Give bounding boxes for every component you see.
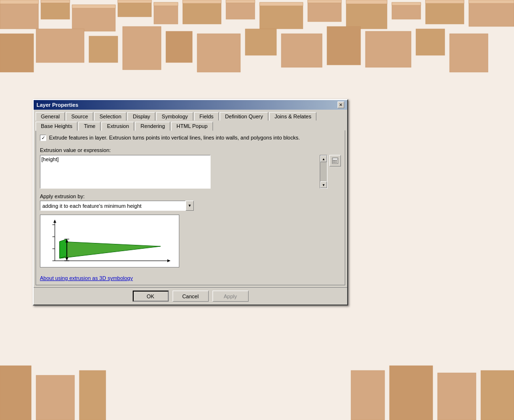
svg-rect-14 bbox=[0, 34, 34, 72]
svg-rect-13 bbox=[469, 0, 514, 26]
extrusion-svg bbox=[40, 215, 179, 267]
svg-rect-41 bbox=[308, 0, 341, 3]
extrusion-diagram bbox=[40, 215, 179, 267]
svg-rect-38 bbox=[183, 0, 221, 3]
extrude-checkbox-row: ✓ Extrude features in layer. Extrusion t… bbox=[40, 134, 341, 141]
dialog-title: Layer Properties bbox=[37, 102, 78, 108]
svg-rect-3 bbox=[72, 5, 115, 31]
tabs-row-2: Base Heights Time Extrusion Rendering HT… bbox=[36, 121, 345, 130]
svg-rect-15 bbox=[36, 29, 84, 63]
svg-rect-6 bbox=[183, 0, 221, 24]
tab-source[interactable]: Source bbox=[66, 112, 93, 121]
svg-rect-52 bbox=[334, 162, 335, 163]
tab-time[interactable]: Time bbox=[78, 122, 100, 131]
tab-selection[interactable]: Selection bbox=[94, 112, 126, 121]
tab-general[interactable]: General bbox=[36, 112, 65, 121]
apply-dropdown-arrow[interactable]: ▼ bbox=[186, 201, 194, 211]
svg-rect-42 bbox=[346, 0, 387, 4]
tabs-row-1: General Source Selection Display Symbolo… bbox=[36, 112, 345, 120]
tab-display[interactable]: Display bbox=[127, 112, 155, 121]
tab-extrusion[interactable]: Extrusion bbox=[101, 122, 134, 131]
svg-rect-37 bbox=[154, 2, 178, 6]
svg-rect-50 bbox=[336, 160, 337, 161]
apply-dropdown-input[interactable]: adding it to each feature's minimum heig… bbox=[40, 201, 186, 211]
svg-rect-10 bbox=[346, 0, 387, 29]
calculator-icon bbox=[332, 157, 338, 164]
extrude-checkbox[interactable]: ✓ bbox=[40, 135, 46, 141]
svg-rect-17 bbox=[123, 26, 161, 70]
svg-rect-19 bbox=[197, 34, 240, 72]
svg-rect-22 bbox=[327, 26, 361, 65]
expression-wrapper bbox=[40, 155, 318, 189]
ok-button[interactable]: OK bbox=[133, 291, 169, 302]
apply-label: Apply extrusion by: bbox=[40, 193, 341, 199]
svg-rect-23 bbox=[365, 31, 411, 67]
svg-rect-20 bbox=[245, 29, 276, 55]
svg-rect-26 bbox=[0, 366, 31, 420]
expression-label: Extrusion value or expression: bbox=[40, 147, 341, 153]
svg-rect-32 bbox=[481, 370, 514, 420]
scroll-up-arrow[interactable]: ▲ bbox=[320, 155, 327, 162]
svg-rect-49 bbox=[334, 160, 335, 161]
svg-rect-27 bbox=[36, 375, 75, 420]
tab-rendering[interactable]: Rendering bbox=[135, 122, 170, 131]
apply-dropdown: adding it to each feature's minimum heig… bbox=[40, 201, 194, 211]
svg-rect-39 bbox=[226, 0, 255, 3]
cancel-button[interactable]: Cancel bbox=[173, 291, 209, 302]
expression-input[interactable] bbox=[40, 155, 211, 189]
svg-rect-35 bbox=[72, 5, 115, 8]
scroll-down-arrow[interactable]: ▼ bbox=[320, 181, 327, 188]
svg-rect-30 bbox=[389, 366, 433, 420]
svg-rect-18 bbox=[166, 31, 192, 63]
button-row: OK Cancel Apply bbox=[34, 287, 347, 305]
tab-html-popup[interactable]: HTML Popup bbox=[171, 122, 213, 131]
tab-joins-relates[interactable]: Joins & Relates bbox=[269, 112, 316, 121]
tab-symbology[interactable]: Symbology bbox=[156, 112, 193, 121]
title-bar: Layer Properties ✕ bbox=[34, 100, 347, 110]
expression-area: ▲ ▼ bbox=[40, 155, 341, 189]
extrude-checkbox-label: Extrude features in layer. Extrusion tur… bbox=[49, 134, 300, 141]
svg-rect-9 bbox=[308, 0, 341, 22]
svg-rect-33 bbox=[0, 0, 38, 4]
svg-rect-29 bbox=[351, 370, 385, 420]
svg-rect-43 bbox=[392, 2, 421, 5]
tab-fields[interactable]: Fields bbox=[194, 112, 219, 121]
expression-scrollbar: ▲ ▼ bbox=[320, 155, 327, 189]
svg-rect-24 bbox=[416, 29, 445, 55]
svg-rect-44 bbox=[426, 0, 464, 3]
help-link[interactable]: About using extrusion as 3D symbology bbox=[40, 275, 133, 281]
expression-group: Extrusion value or expression: ▲ ▼ bbox=[40, 147, 341, 189]
svg-rect-8 bbox=[260, 2, 303, 29]
svg-rect-12 bbox=[426, 0, 464, 24]
svg-rect-53 bbox=[336, 162, 337, 163]
svg-rect-25 bbox=[450, 34, 488, 72]
svg-rect-48 bbox=[333, 160, 334, 161]
svg-rect-21 bbox=[281, 34, 322, 67]
svg-rect-47 bbox=[333, 158, 338, 160]
svg-rect-28 bbox=[79, 370, 106, 420]
layer-properties-dialog: Layer Properties ✕ General Source Select… bbox=[33, 99, 348, 305]
svg-rect-1 bbox=[0, 0, 38, 29]
tab-content: ✓ Extrude features in layer. Extrusion t… bbox=[36, 130, 345, 285]
svg-rect-51 bbox=[333, 162, 334, 163]
help-link-container: About using extrusion as 3D symbology bbox=[40, 275, 341, 281]
svg-rect-31 bbox=[438, 373, 476, 420]
svg-rect-45 bbox=[469, 0, 514, 3]
apply-row: Apply extrusion by: adding it to each fe… bbox=[40, 193, 341, 211]
svg-rect-40 bbox=[260, 2, 303, 6]
svg-rect-36 bbox=[118, 0, 151, 3]
svg-rect-34 bbox=[41, 0, 70, 3]
expression-builder-button[interactable] bbox=[329, 155, 341, 166]
tabs-container: General Source Selection Display Symbolo… bbox=[34, 110, 347, 130]
svg-rect-16 bbox=[89, 36, 118, 63]
close-button[interactable]: ✕ bbox=[338, 102, 344, 108]
apply-button[interactable]: Apply bbox=[213, 291, 249, 302]
tab-base-heights[interactable]: Base Heights bbox=[36, 122, 77, 131]
scroll-track bbox=[320, 162, 327, 181]
tab-definition-query[interactable]: Definition Query bbox=[220, 112, 268, 121]
